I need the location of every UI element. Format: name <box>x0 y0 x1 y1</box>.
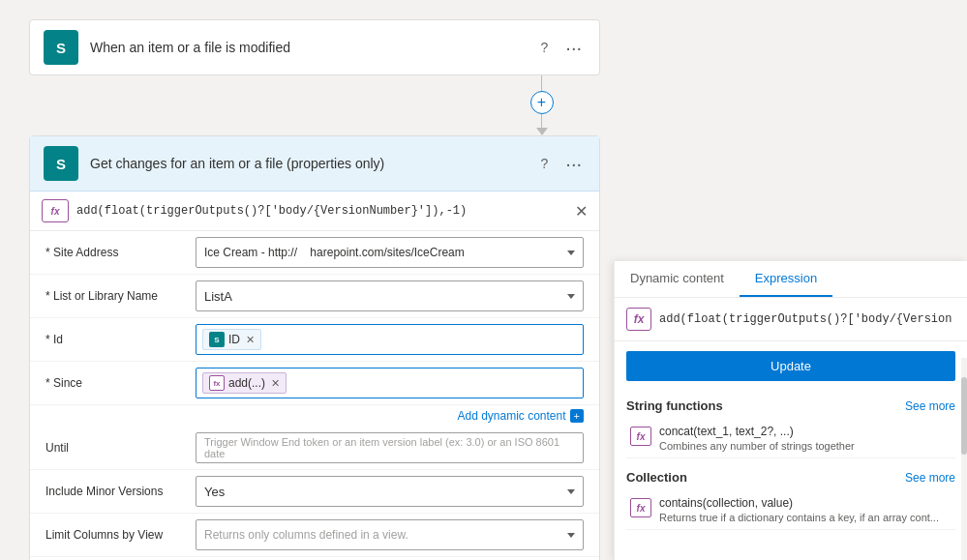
list-library-chevron <box>567 294 575 299</box>
action-card-title: Get changes for an item or a file (prope… <box>90 156 537 171</box>
panel-scrollbar[interactable] <box>961 358 967 560</box>
until-label: Until <box>45 441 196 455</box>
contains-function-desc: Returns true if a dictionary contains a … <box>659 512 952 523</box>
expression-mode-icon: fx <box>42 199 69 222</box>
list-library-select[interactable]: ListA <box>196 280 584 311</box>
concat-function-item[interactable]: fx concat(text_1, text_2?, ...) Combines… <box>626 419 955 458</box>
include-minor-select[interactable]: Yes <box>196 476 584 507</box>
trigger-more-button[interactable]: ··· <box>561 36 586 59</box>
string-functions-see-more[interactable]: See more <box>905 399 955 413</box>
limit-columns-control: Returns only columns defined in a view. <box>196 519 584 550</box>
site-address-value: Ice Cream - http:// harepoint.com/sites/… <box>204 246 465 259</box>
concat-function-info: concat(text_1, text_2?, ...) Combines an… <box>659 425 952 452</box>
connector-arrow <box>536 128 548 135</box>
id-token-icon: S <box>209 332 225 347</box>
site-address-select[interactable]: Ice Cream - http:// harepoint.com/sites/… <box>196 237 584 268</box>
id-token: S ID ✕ <box>202 329 261 350</box>
right-panel: Dynamic content Expression fx Update Str… <box>614 261 967 560</box>
fx-text: fx <box>51 206 60 217</box>
expression-close-button[interactable]: ✕ <box>575 202 588 221</box>
include-minor-label: Include Minor Versions <box>45 485 196 498</box>
id-token-field[interactable]: S ID ✕ <box>196 324 584 355</box>
action-card-icon: S <box>44 146 78 181</box>
id-token-remove[interactable]: ✕ <box>246 334 255 346</box>
action-more-button[interactable]: ··· <box>561 152 586 175</box>
since-token-icon: fx <box>209 375 225 391</box>
since-label: * Since <box>45 376 196 390</box>
limit-columns-chevron <box>567 533 575 538</box>
action-card: S Get changes for an item or a file (pro… <box>29 135 600 560</box>
panel-expression-input[interactable] <box>659 312 955 326</box>
id-token-label: ID <box>228 333 240 346</box>
include-minor-value: Yes <box>204 485 225 499</box>
action-card-header: S Get changes for an item or a file (pro… <box>30 136 599 192</box>
connector-line-top <box>541 75 542 91</box>
trigger-help-button[interactable]: ? <box>537 38 553 57</box>
form-body: * Site Address Ice Cream - http:// harep… <box>30 231 599 560</box>
concat-function-name: concat(text_1, text_2?, ...) <box>659 425 952 438</box>
collection-title: Collection <box>626 470 687 485</box>
connector: + <box>87 75 967 135</box>
limit-columns-select[interactable]: Returns only columns defined in a view. <box>196 519 584 550</box>
collection-header: Collection See more <box>626 470 955 485</box>
site-address-label: * Site Address <box>45 246 196 259</box>
since-row: * Since fx add(...) ✕ <box>30 362 599 405</box>
list-library-control: ListA <box>196 280 584 311</box>
connector-plus-button[interactable]: + <box>530 91 554 114</box>
trigger-card-header: S When an item or a file is modified ? ·… <box>30 20 599 74</box>
panel-scrollbar-thumb <box>961 377 967 455</box>
limit-columns-row: Limit Columns by View Returns only colum… <box>30 514 599 557</box>
id-control: S ID ✕ <box>196 324 584 355</box>
since-control: fx add(...) ✕ <box>196 368 584 398</box>
list-library-label: * List or Library Name <box>45 289 196 303</box>
collection-section: Collection See more fx contains(collecti… <box>615 462 967 534</box>
string-functions-section: String functions See more fx concat(text… <box>615 391 967 462</box>
dynamic-content-row: Add dynamic content + <box>30 405 599 427</box>
tab-dynamic-content[interactable]: Dynamic content <box>615 261 740 297</box>
tab-expression[interactable]: Expression <box>740 261 832 297</box>
trigger-card: S When an item or a file is modified ? ·… <box>29 19 600 75</box>
id-label: * Id <box>45 333 196 346</box>
include-minor-row: Include Minor Versions Yes <box>30 470 599 514</box>
site-address-chevron <box>567 251 575 255</box>
expression-bar-text: add(float(triggerOutputs()?['body/{Versi… <box>76 204 575 218</box>
concat-function-desc: Combines any number of strings together <box>659 440 952 452</box>
contains-function-item[interactable]: fx contains(collection, value) Returns t… <box>626 490 955 530</box>
update-button[interactable]: Update <box>626 351 955 381</box>
add-dynamic-content-link[interactable]: Add dynamic content <box>457 409 565 423</box>
trigger-card-title: When an item or a file is modified <box>90 40 537 55</box>
limit-columns-label: Limit Columns by View <box>45 528 196 542</box>
since-token-field[interactable]: fx add(...) ✕ <box>196 368 584 398</box>
action-help-button[interactable]: ? <box>537 154 553 173</box>
contains-fx-icon: fx <box>630 498 651 517</box>
trigger-card-actions: ? ··· <box>537 36 586 59</box>
string-functions-header: String functions See more <box>626 398 955 413</box>
action-question-icon: ? <box>541 156 549 171</box>
list-library-row: * List or Library Name ListA <box>30 275 599 318</box>
site-address-row: * Site Address Ice Cream - http:// harep… <box>30 231 599 275</box>
collection-see-more[interactable]: See more <box>905 471 955 485</box>
dynamic-content-badge: + <box>570 409 584 423</box>
include-minor-chevron <box>567 489 575 494</box>
id-row: * Id S ID ✕ <box>30 318 599 362</box>
limit-columns-value: Returns only columns defined in a view. <box>204 528 408 542</box>
trigger-card-icon: S <box>44 30 78 65</box>
panel-tabs: Dynamic content Expression <box>615 261 967 298</box>
include-minor-control: Yes <box>196 476 584 507</box>
list-library-value: ListA <box>204 289 232 304</box>
panel-fx-icon: fx <box>626 308 651 331</box>
action-more-icon: ··· <box>565 154 582 173</box>
since-token-label: add(...) <box>228 376 265 390</box>
until-row: Until Trigger Window End token or an ite… <box>30 427 599 470</box>
since-token-remove[interactable]: ✕ <box>271 377 280 390</box>
string-functions-title: String functions <box>626 398 723 413</box>
contains-function-name: contains(collection, value) <box>659 496 952 510</box>
expression-bar: fx add(float(triggerOutputs()?['body/{Ve… <box>30 192 599 231</box>
until-placeholder[interactable]: Trigger Window End token or an item vers… <box>196 432 584 463</box>
until-control: Trigger Window End token or an item vers… <box>196 432 584 463</box>
action-card-actions: ? ··· <box>537 152 586 175</box>
more-icon: ··· <box>565 38 582 57</box>
concat-fx-icon: fx <box>630 427 651 446</box>
site-address-control: Ice Cream - http:// harepoint.com/sites/… <box>196 237 584 268</box>
contains-function-info: contains(collection, value) Returns true… <box>659 496 952 523</box>
